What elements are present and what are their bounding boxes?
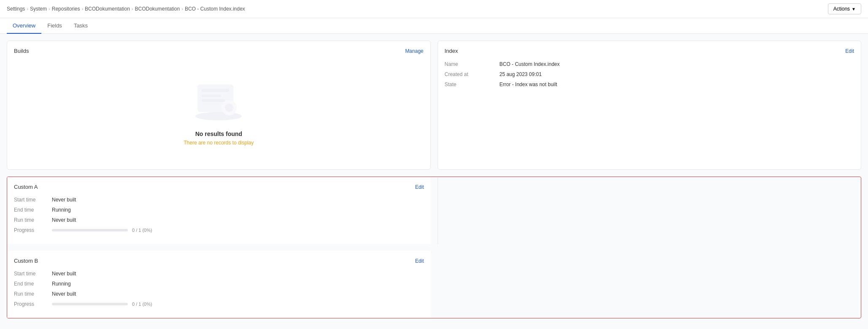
- tab-fields[interactable]: Fields: [41, 18, 68, 34]
- header-bar: Settings › System › Repositories › BCODo…: [0, 0, 868, 18]
- custom-b-runtime-label: Run time: [14, 291, 52, 297]
- custom-b-endtime-label: End time: [14, 281, 52, 287]
- custom-b-progress-text: 0 / 1 (0%): [132, 302, 152, 307]
- custom-a-endtime-label: End time: [14, 207, 52, 213]
- custom-b-title: Custom B: [14, 258, 38, 264]
- custom-a-starttime-value: Never built: [52, 197, 76, 203]
- bottom-row: Custom A Edit Start time Never built End…: [7, 177, 861, 318]
- manage-link[interactable]: Manage: [405, 48, 423, 54]
- tabs-bar: Overview Fields Tasks: [0, 18, 868, 34]
- custom-b-endtime-value: Running: [52, 281, 71, 287]
- index-state-value: Error - Index was not built: [500, 79, 854, 90]
- index-state-label: State: [445, 79, 500, 90]
- index-panel: Index Edit Name BCO - Custom Index.index…: [438, 41, 862, 170]
- breadcrumb-current: BCO - Custom Index.index: [185, 6, 245, 12]
- custom-a-runtime-value: Never built: [52, 217, 76, 223]
- custom-b-progress-row: Progress 0 / 1 (0%): [14, 301, 424, 307]
- custom-b-starttime-label: Start time: [14, 271, 52, 277]
- custom-a-progress-text: 0 / 1 (0%): [132, 228, 152, 233]
- custom-b-progress-bar: [52, 303, 128, 305]
- custom-a-progress-row: Progress 0 / 1 (0%): [14, 227, 424, 233]
- index-name-value: BCO - Custom Index.index: [500, 59, 854, 69]
- custom-b-starttime-value: Never built: [52, 271, 76, 277]
- chevron-down-icon: ▼: [852, 7, 856, 11]
- custom-b-starttime-row: Start time Never built: [14, 271, 424, 277]
- index-created-row: Created at 25 aug 2023 09:01: [445, 69, 854, 79]
- svg-point-6: [225, 103, 233, 112]
- builds-panel: Builds Manage No results found: [7, 41, 431, 170]
- svg-rect-3: [202, 95, 221, 97]
- empty-subtitle: There are no records to display: [184, 140, 254, 146]
- custom-a-runtime-label: Run time: [14, 217, 52, 223]
- empty-title: No results found: [195, 131, 242, 137]
- bottom-divider: [438, 177, 438, 244]
- custom-a-panel: Custom A Edit Start time Never built End…: [7, 177, 431, 244]
- custom-a-endtime-value: Running: [52, 207, 71, 213]
- custom-b-runtime-row: Run time Never built: [14, 291, 424, 297]
- breadcrumb-repositories[interactable]: Repositories: [52, 6, 80, 12]
- custom-b-runtime-value: Never built: [52, 291, 76, 297]
- custom-a-progress-bar: [52, 229, 128, 231]
- custom-a-starttime-label: Start time: [14, 197, 52, 203]
- breadcrumb-bco2[interactable]: BCODokumentation: [135, 6, 180, 12]
- builds-empty-state: No results found There are no records to…: [14, 59, 424, 163]
- index-state-row: State Error - Index was not built: [445, 79, 854, 90]
- custom-b-header: Custom B Edit: [14, 258, 424, 264]
- index-panel-title: Index: [445, 48, 458, 54]
- breadcrumb-system[interactable]: System: [30, 6, 47, 12]
- index-panel-header: Index Edit: [445, 48, 854, 54]
- tab-tasks[interactable]: Tasks: [68, 18, 94, 34]
- index-edit-link[interactable]: Edit: [845, 48, 854, 54]
- svg-rect-2: [202, 89, 229, 92]
- custom-a-runtime-row: Run time Never built: [14, 217, 424, 223]
- custom-a-progress-label: Progress: [14, 227, 52, 233]
- custom-b-endtime-row: End time Running: [14, 281, 424, 287]
- index-created-value: 25 aug 2023 09:01: [500, 69, 854, 79]
- custom-a-starttime-row: Start time Never built: [14, 197, 424, 203]
- index-name-label: Name: [445, 59, 500, 69]
- custom-a-header: Custom A Edit: [14, 184, 424, 190]
- main-content: Builds Manage No results found: [0, 34, 868, 329]
- builds-panel-title: Builds: [14, 48, 29, 54]
- index-info-table: Name BCO - Custom Index.index Created at…: [445, 59, 854, 90]
- custom-a-title: Custom A: [14, 184, 38, 190]
- empty-state-icon: [191, 76, 246, 124]
- index-name-row: Name BCO - Custom Index.index: [445, 59, 854, 69]
- custom-a-endtime-row: End time Running: [14, 207, 424, 213]
- custom-a-edit-link[interactable]: Edit: [415, 184, 424, 190]
- actions-button[interactable]: Actions ▼: [828, 3, 861, 14]
- index-created-label: Created at: [445, 69, 500, 79]
- svg-point-0: [195, 112, 242, 120]
- svg-rect-4: [202, 99, 225, 102]
- custom-b-panel: Custom B Edit Start time Never built End…: [7, 251, 431, 318]
- breadcrumb: Settings › System › Repositories › BCODo…: [7, 6, 245, 12]
- custom-b-progress-label: Progress: [14, 301, 52, 307]
- breadcrumb-settings[interactable]: Settings: [7, 6, 25, 12]
- top-row: Builds Manage No results found: [7, 41, 861, 170]
- builds-panel-header: Builds Manage: [14, 48, 424, 54]
- breadcrumb-bco1[interactable]: BCODokumentation: [85, 6, 130, 12]
- tab-overview[interactable]: Overview: [7, 18, 41, 34]
- custom-b-edit-link[interactable]: Edit: [415, 258, 424, 264]
